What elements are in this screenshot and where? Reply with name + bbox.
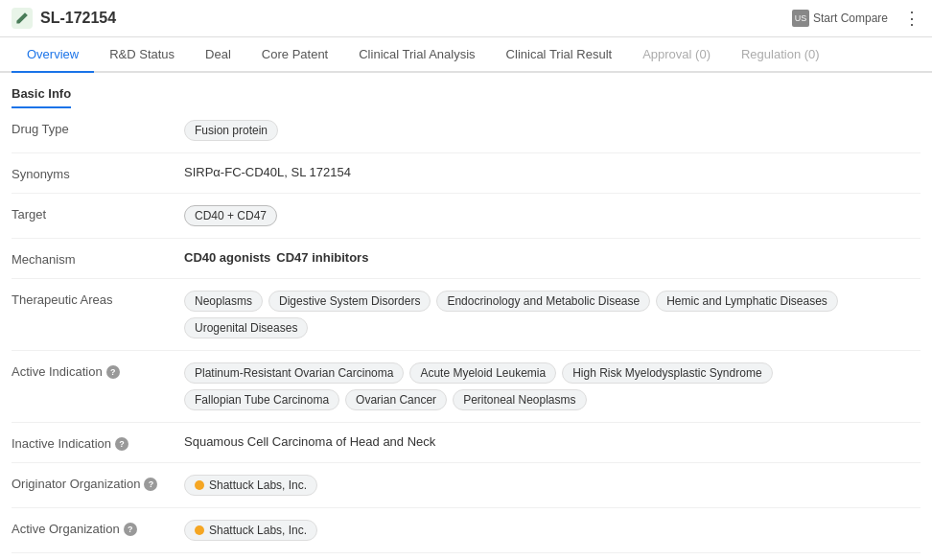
- active-ind-tag-2: High Risk Myelodysplastic Syndrome: [562, 362, 772, 384]
- active-org-row: Active Organization ? Shattuck Labs, Inc…: [12, 508, 920, 553]
- tab-core-patent[interactable]: Core Patent: [246, 37, 343, 73]
- active-ind-tag-5: Peritoneal Neoplasms: [453, 389, 586, 410]
- target-row: Target CD40 + CD47: [12, 194, 920, 239]
- active-ind-tag-4: Ovarian Cancer: [345, 389, 447, 410]
- header-left: SL-172154: [12, 8, 116, 29]
- synonyms-row: Synonyms SIRPα-FC-CD40L, SL 172154: [12, 153, 920, 194]
- therapeutic-tag-3: Hemic and Lymphatic Diseases: [656, 291, 838, 312]
- therapeutic-tag-1: Digestive System Disorders: [268, 291, 431, 312]
- active-indication-row: Active Indication ? Platinum-Resistant O…: [12, 351, 920, 423]
- section-header-wrapper: Basic Info: [12, 73, 920, 108]
- main-content: Basic Info Drug Type Fusion protein Syno…: [0, 73, 932, 560]
- therapeutic-areas-label: Therapeutic Areas: [12, 291, 184, 307]
- originator-org-row: Originator Organization ? Shattuck Labs,…: [12, 463, 920, 508]
- target-label: Target: [12, 205, 184, 222]
- synonyms-label: Synonyms: [12, 165, 184, 181]
- drug-id: SL-172154: [40, 10, 116, 27]
- inactive-org-row: Inactive Organization ? -: [12, 553, 920, 560]
- section-header-label: Basic Info: [12, 77, 71, 108]
- synonyms-value: SIRPα-FC-CD40L, SL 172154: [184, 165, 920, 179]
- tab-clinical-trial-analysis[interactable]: Clinical Trial Analysis: [343, 37, 490, 73]
- target-tag-0: CD40 + CD47: [184, 205, 277, 226]
- therapeutic-tag-2: Endocrinology and Metabolic Disease: [436, 291, 650, 312]
- tab-regulation: Regulation (0): [726, 37, 835, 73]
- tab-approval: Approval (0): [627, 37, 726, 73]
- header-right: US Start Compare ⋮: [792, 8, 920, 29]
- compare-icon: US: [792, 10, 809, 27]
- therapeutic-tag-0: Neoplasms: [184, 291, 263, 312]
- originator-org-label: Originator Organization ?: [12, 475, 184, 491]
- more-options-icon[interactable]: ⋮: [903, 8, 920, 29]
- drug-type-tag: Fusion protein: [184, 120, 278, 141]
- active-ind-tag-3: Fallopian Tube Carcinoma: [184, 389, 339, 410]
- active-org-help-icon[interactable]: ?: [124, 523, 137, 536]
- inactive-indication-value: Squamous Cell Carcinoma of Head and Neck: [184, 434, 920, 449]
- active-indication-label: Active Indication ?: [12, 362, 184, 379]
- active-org-value: Shattuck Labs, Inc.: [184, 520, 920, 541]
- mechanism-tag-1: CD47 inhibitors: [276, 250, 368, 265]
- active-indication-value: Platinum-Resistant Ovarian Carcinoma Acu…: [184, 362, 920, 410]
- active-org-tag: Shattuck Labs, Inc.: [184, 520, 317, 541]
- inactive-indication-row: Inactive Indication ? Squamous Cell Carc…: [12, 423, 920, 463]
- drug-type-label: Drug Type: [12, 120, 184, 136]
- originator-org-tag: Shattuck Labs, Inc.: [184, 475, 317, 496]
- originator-org-value: Shattuck Labs, Inc.: [184, 475, 920, 496]
- active-indication-help-icon[interactable]: ?: [106, 365, 120, 379]
- mechanism-label: Mechanism: [12, 250, 184, 267]
- active-ind-tag-0: Platinum-Resistant Ovarian Carcinoma: [184, 362, 404, 384]
- org-dot-originator: [195, 480, 204, 490]
- drug-type-row: Drug Type Fusion protein: [12, 108, 920, 153]
- mechanism-row: Mechanism CD40 agonists CD47 inhibitors: [12, 239, 920, 279]
- org-dot-active: [195, 525, 204, 535]
- inactive-indication-label: Inactive Indication ?: [12, 434, 184, 451]
- target-value: CD40 + CD47: [184, 205, 920, 226]
- inactive-indication-help-icon[interactable]: ?: [115, 437, 128, 451]
- tab-deal[interactable]: Deal: [190, 37, 246, 73]
- therapeutic-tag-4: Urogenital Diseases: [184, 317, 308, 338]
- active-ind-tag-1: Acute Myeloid Leukemia: [409, 362, 556, 384]
- tab-overview[interactable]: Overview: [12, 37, 94, 73]
- header: SL-172154 US Start Compare ⋮: [0, 0, 932, 37]
- tab-rd-status[interactable]: R&D Status: [94, 37, 190, 73]
- mechanism-tag-0: CD40 agonists: [184, 250, 270, 265]
- drug-type-value: Fusion protein: [184, 120, 920, 141]
- tab-bar: Overview R&D Status Deal Core Patent Cli…: [0, 37, 932, 73]
- originator-org-help-icon[interactable]: ?: [144, 478, 157, 491]
- start-compare-label: Start Compare: [813, 12, 888, 25]
- active-org-label: Active Organization ?: [12, 520, 184, 536]
- tab-clinical-trial-result[interactable]: Clinical Trial Result: [491, 37, 628, 73]
- therapeutic-areas-row: Therapeutic Areas Neoplasms Digestive Sy…: [12, 279, 920, 351]
- mechanism-value: CD40 agonists CD47 inhibitors: [184, 250, 920, 265]
- pen-icon: [12, 8, 33, 29]
- start-compare-button[interactable]: US Start Compare: [792, 10, 888, 27]
- therapeutic-areas-value: Neoplasms Digestive System Disorders End…: [184, 291, 920, 338]
